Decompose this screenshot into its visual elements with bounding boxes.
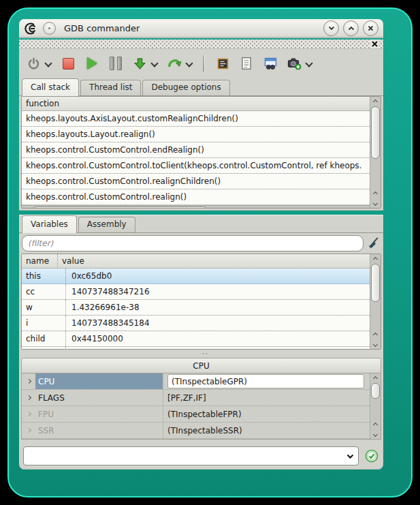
watch-window-button[interactable] [261, 54, 279, 73]
chevron-up-icon [373, 256, 378, 261]
shade-button[interactable] [323, 20, 339, 36]
chevron-up-icon [373, 191, 378, 196]
scroll-up-button-2[interactable] [370, 330, 381, 339]
run-button[interactable] [83, 54, 101, 73]
add-inspector-button[interactable] [285, 54, 303, 73]
variable-row[interactable]: b 1.43266961e-38 [22, 347, 370, 349]
cpu-vscrollbar[interactable] [370, 373, 381, 439]
variable-row[interactable]: cc 140737488347216 [22, 284, 370, 300]
stop-button[interactable] [59, 54, 77, 73]
tab-debugee-options[interactable]: Debugee options [142, 80, 229, 95]
chevron-down-icon [373, 200, 378, 205]
combo-dropdown-button[interactable] [342, 454, 358, 459]
chevron-up-icon [348, 26, 355, 31]
cpu-row[interactable]: FPU (TInspectableFPR) [22, 406, 370, 423]
chevron-down-icon [373, 341, 378, 346]
scroll-right-button[interactable] [359, 206, 370, 209]
cpu-chip-icon [216, 57, 229, 70]
call-stack-row[interactable]: kheops.control.CustomControl.realignChil… [22, 174, 370, 189]
call-stack-vscrollbar[interactable] [370, 97, 381, 208]
register-value-field[interactable]: (TInspectableGPR) [167, 374, 364, 388]
vscroll-thumb[interactable] [371, 106, 380, 159]
scroll-left-button[interactable] [22, 206, 32, 209]
call-stack-header[interactable]: function [22, 97, 370, 111]
variables-vscrollbar[interactable] [370, 254, 381, 349]
chevron-down-icon [328, 26, 335, 31]
report-button[interactable] [238, 54, 255, 73]
dock-close-button[interactable] [370, 40, 379, 48]
filter-input[interactable] [22, 235, 364, 251]
variables-header[interactable]: name value [22, 254, 370, 269]
command-row [19, 442, 383, 470]
step-over-menu-button[interactable] [184, 54, 194, 73]
power-menu-button[interactable] [44, 54, 53, 73]
step-over-icon [167, 57, 182, 70]
step-into-icon [133, 57, 146, 70]
toolbar-separator [203, 55, 205, 72]
cpu-row[interactable]: SSR (TInspectableSSR) [22, 423, 370, 439]
variable-row[interactable]: this 0xc65db0 [22, 269, 370, 284]
tab-call-stack[interactable]: Call stack [22, 78, 79, 96]
chevron-down-icon [346, 454, 354, 459]
accept-command-button[interactable] [364, 448, 379, 463]
step-into-menu-button[interactable] [150, 54, 159, 73]
tab-assembly[interactable]: Assembly [78, 217, 135, 232]
scroll-down-button[interactable] [370, 429, 381, 439]
expand-icon[interactable] [22, 429, 35, 432]
variable-row[interactable]: child 0x44150000 [22, 331, 370, 347]
scroll-left-button-2[interactable] [349, 206, 359, 209]
scroll-up-button[interactable] [370, 373, 381, 383]
dock-handle[interactable] [19, 40, 383, 49]
dock-close-icon [372, 41, 378, 47]
expand-icon[interactable] [22, 380, 35, 383]
scroll-down-button[interactable] [370, 198, 381, 208]
gdb-commander-window: GDB commander [19, 19, 383, 470]
column-name[interactable]: name [22, 254, 58, 268]
splitter-handle[interactable] [19, 350, 383, 358]
step-into-button[interactable] [131, 54, 148, 73]
tab-thread-list[interactable]: Thread list [80, 80, 141, 95]
call-stack-hscrollbar[interactable] [22, 205, 370, 208]
scroll-down-button[interactable] [370, 339, 381, 349]
command-combobox[interactable] [23, 446, 359, 465]
variable-row[interactable]: w 1.43266961e-38 [22, 300, 370, 316]
variable-row[interactable]: i 140737488345184 [22, 316, 370, 331]
scroll-up-button-2[interactable] [370, 189, 381, 198]
tab-variables[interactable]: Variables [22, 215, 77, 233]
expand-icon[interactable] [22, 412, 35, 416]
expand-icon[interactable] [22, 396, 35, 399]
cpu-view-button[interactable] [214, 54, 231, 73]
add-inspector-menu-button[interactable] [304, 54, 314, 73]
scroll-up-button[interactable] [370, 97, 381, 106]
column-function[interactable]: function [22, 97, 63, 110]
restore-button[interactable] [343, 20, 359, 36]
step-over-button[interactable] [165, 54, 183, 73]
call-stack-row[interactable]: kheops.layouts.Layout.realign() [22, 127, 370, 142]
title-bar[interactable]: GDB commander [19, 19, 383, 38]
call-stack-row[interactable]: kheops.control.CustomControl.realign() [22, 189, 370, 205]
vscroll-thumb[interactable] [371, 383, 380, 399]
column-value[interactable]: value [58, 254, 88, 268]
power-button[interactable] [25, 54, 42, 73]
chevron-up-icon [373, 99, 378, 104]
play-icon [87, 57, 97, 70]
command-input[interactable] [24, 447, 342, 465]
call-stack-row[interactable]: kheops.control.CustomControl.toClient(kh… [22, 158, 370, 174]
scroll-up-button[interactable] [370, 254, 381, 264]
cpu-row[interactable]: CPU (TInspectableGPR) [22, 373, 370, 390]
green-check-icon [365, 449, 378, 463]
cpu-row[interactable]: FLAGS [PF,ZF,IF] [22, 390, 370, 406]
hscroll-thumb[interactable] [32, 206, 208, 208]
chevron-down-icon [373, 431, 378, 436]
vscroll-thumb[interactable] [371, 264, 380, 302]
pause-button[interactable] [107, 54, 125, 73]
clear-filter-icon[interactable] [368, 236, 381, 249]
pin-button[interactable] [43, 22, 56, 35]
scroll-up-button-2[interactable] [370, 420, 381, 429]
close-icon [368, 25, 374, 31]
window-title: GDB commander [64, 23, 319, 33]
close-button[interactable] [363, 20, 378, 36]
call-stack-row[interactable]: kheops.control.CustomControl.endRealign(… [22, 142, 370, 158]
call-stack-table: function kheops.layouts.AxisLayout.custo… [21, 96, 381, 209]
call-stack-row[interactable]: kheops.layouts.AxisLayout.customRealignC… [22, 111, 370, 127]
